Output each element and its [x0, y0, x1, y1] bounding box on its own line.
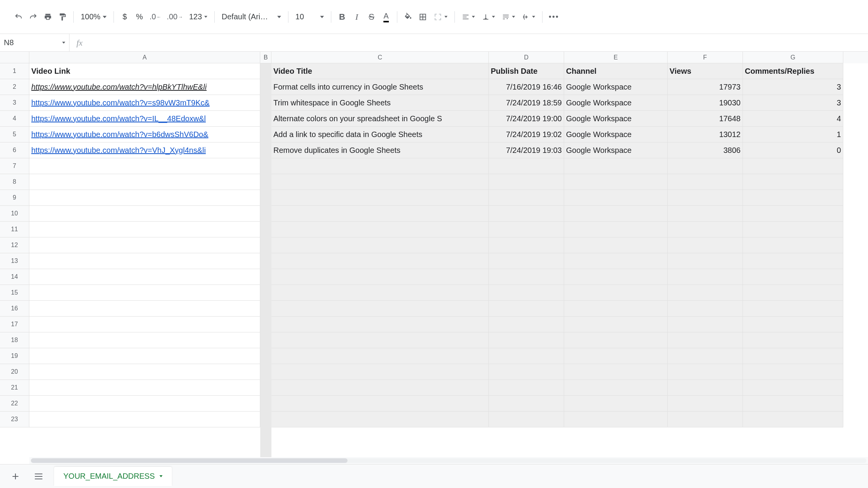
- cell[interactable]: [668, 158, 743, 174]
- row-header[interactable]: 14: [0, 269, 29, 285]
- cell[interactable]: [489, 301, 564, 317]
- cell[interactable]: [271, 237, 489, 253]
- cell[interactable]: [271, 269, 489, 285]
- cell[interactable]: [489, 317, 564, 332]
- row-header[interactable]: 17: [0, 317, 29, 332]
- strikethrough-button[interactable]: S: [364, 10, 378, 24]
- cell[interactable]: [271, 364, 489, 380]
- cell[interactable]: Alternate colors on your spreadsheet in …: [271, 111, 489, 127]
- cell[interactable]: [29, 285, 260, 301]
- cell[interactable]: [564, 190, 668, 206]
- row-header[interactable]: 21: [0, 380, 29, 396]
- cell[interactable]: [564, 332, 668, 348]
- row-header[interactable]: 19: [0, 348, 29, 364]
- cell[interactable]: 3806: [668, 142, 743, 158]
- cell[interactable]: [743, 206, 843, 222]
- cell[interactable]: Channel: [564, 63, 668, 79]
- cell[interactable]: [271, 301, 489, 317]
- cell[interactable]: Views: [668, 63, 743, 79]
- select-all-corner[interactable]: [0, 52, 29, 63]
- row-header[interactable]: 15: [0, 285, 29, 301]
- cell-link[interactable]: https://www.youtube.com/watch?v=VhJ_Xygl…: [31, 146, 206, 155]
- bold-button[interactable]: B: [335, 10, 349, 24]
- row-header[interactable]: 7: [0, 158, 29, 174]
- cell[interactable]: [489, 174, 564, 190]
- currency-button[interactable]: $: [118, 10, 132, 24]
- cell[interactable]: 7/24/2019 18:59: [489, 95, 564, 111]
- increase-decimal-button[interactable]: .00→: [164, 10, 185, 24]
- cell[interactable]: [271, 348, 489, 364]
- row-header[interactable]: 13: [0, 253, 29, 269]
- cell[interactable]: [564, 269, 668, 285]
- cell[interactable]: [564, 253, 668, 269]
- column-header-c[interactable]: C: [271, 52, 489, 63]
- cell[interactable]: [489, 412, 564, 427]
- cell[interactable]: https://www.youtube.com/watch?v=b6dwsShV…: [29, 127, 260, 142]
- cell[interactable]: [668, 396, 743, 412]
- scroll-thumb[interactable]: [31, 458, 348, 463]
- cell[interactable]: [668, 237, 743, 253]
- cell[interactable]: [271, 396, 489, 412]
- undo-button[interactable]: [12, 10, 25, 24]
- cell[interactable]: [668, 269, 743, 285]
- decrease-decimal-button[interactable]: .0←: [147, 10, 164, 24]
- cell[interactable]: [271, 317, 489, 332]
- cell[interactable]: [271, 222, 489, 237]
- cell[interactable]: [743, 317, 843, 332]
- cell[interactable]: [29, 174, 260, 190]
- cell[interactable]: Trim whitespace in Google Sheets: [271, 95, 489, 111]
- cell[interactable]: 4: [743, 111, 843, 127]
- cell[interactable]: [29, 412, 260, 427]
- cell[interactable]: Video Link: [29, 63, 260, 79]
- cell[interactable]: Google Workspace: [564, 95, 668, 111]
- cell[interactable]: [564, 285, 668, 301]
- cell-link[interactable]: https://www.youtube.com/watch?v=IL__48Ed…: [31, 114, 206, 123]
- cell[interactable]: Google Workspace: [564, 127, 668, 142]
- cell[interactable]: [29, 301, 260, 317]
- cell[interactable]: [564, 222, 668, 237]
- cell[interactable]: [489, 332, 564, 348]
- cell[interactable]: [29, 190, 260, 206]
- column-header-f[interactable]: F: [668, 52, 743, 63]
- font-size-dropdown[interactable]: 10: [292, 10, 327, 24]
- cell[interactable]: [564, 412, 668, 427]
- cell[interactable]: [489, 348, 564, 364]
- column-header-e[interactable]: E: [564, 52, 668, 63]
- format-dropdown[interactable]: 123: [186, 10, 210, 24]
- cell[interactable]: https://www.youtube.com/watch?v=hlpBkYTl…: [29, 79, 260, 95]
- cell[interactable]: [489, 396, 564, 412]
- cell[interactable]: 7/16/2019 16:46: [489, 79, 564, 95]
- cell[interactable]: [743, 190, 843, 206]
- cell[interactable]: [743, 285, 843, 301]
- cell[interactable]: 17648: [668, 111, 743, 127]
- cell[interactable]: [743, 237, 843, 253]
- cell[interactable]: https://www.youtube.com/watch?v=VhJ_Xygl…: [29, 142, 260, 158]
- cell[interactable]: [743, 364, 843, 380]
- cell[interactable]: [29, 348, 260, 364]
- print-button[interactable]: [41, 10, 55, 24]
- cell-link[interactable]: https://www.youtube.com/watch?v=hlpBkYTl…: [31, 83, 207, 92]
- cell[interactable]: [564, 158, 668, 174]
- column-header-a[interactable]: A: [29, 52, 260, 63]
- cell[interactable]: [743, 269, 843, 285]
- cell[interactable]: 17973: [668, 79, 743, 95]
- cell[interactable]: [743, 174, 843, 190]
- cell[interactable]: [29, 269, 260, 285]
- text-wrap-dropdown[interactable]: [499, 10, 518, 24]
- cell[interactable]: 3: [743, 79, 843, 95]
- row-header[interactable]: 16: [0, 301, 29, 317]
- cell[interactable]: [29, 364, 260, 380]
- cell[interactable]: [668, 380, 743, 396]
- cell[interactable]: [271, 158, 489, 174]
- cell[interactable]: [271, 332, 489, 348]
- row-header[interactable]: 22: [0, 396, 29, 412]
- text-color-button[interactable]: A: [379, 10, 393, 24]
- row-header[interactable]: 8: [0, 174, 29, 190]
- cell[interactable]: [489, 253, 564, 269]
- row-header[interactable]: 2: [0, 79, 29, 95]
- cell[interactable]: [564, 174, 668, 190]
- cell[interactable]: [489, 206, 564, 222]
- percent-button[interactable]: %: [132, 10, 146, 24]
- cell[interactable]: [743, 222, 843, 237]
- paint-format-button[interactable]: [56, 10, 70, 24]
